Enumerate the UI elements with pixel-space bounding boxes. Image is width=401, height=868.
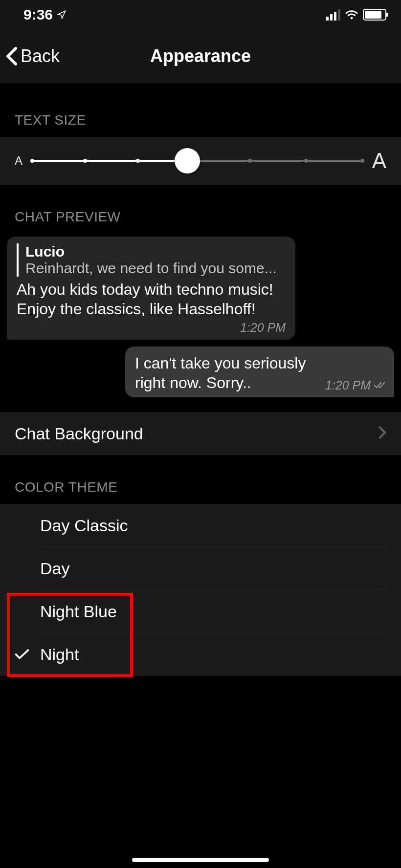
reply-text: Reinhardt, we need to find you some...	[25, 260, 286, 277]
bubble-time: 1:20 PM	[17, 321, 286, 335]
bubble-text: I can't take you seriously right now. So…	[135, 353, 331, 392]
theme-label: Night Blue	[40, 602, 117, 621]
text-size-slider[interactable]	[32, 149, 362, 173]
navigation-bar: Back Appearance	[0, 29, 401, 83]
theme-label: Day	[40, 559, 69, 578]
status-time-group: 9:36	[23, 6, 67, 23]
slider-max-label: A	[372, 149, 386, 173]
checkmark-icon	[15, 649, 40, 660]
theme-row-day-classic[interactable]: Day Classic	[0, 504, 401, 547]
chat-bubble-outgoing: I can't take you seriously right now. So…	[125, 347, 394, 397]
theme-row-night[interactable]: Night	[0, 633, 401, 676]
bubble-time-group: 1:20 PM	[325, 378, 387, 392]
chevron-left-icon	[6, 46, 18, 66]
theme-label: Night	[40, 645, 79, 664]
home-indicator[interactable]	[132, 858, 269, 862]
cellular-signal-icon	[326, 9, 340, 21]
reply-preview: Lucio Reinhardt, we need to find you som…	[17, 243, 286, 277]
reply-sender: Lucio	[25, 243, 286, 260]
chat-background-row[interactable]: Chat Background	[0, 412, 401, 455]
chevron-right-icon	[379, 424, 386, 443]
status-right	[326, 9, 386, 21]
battery-icon	[363, 9, 386, 21]
theme-row-day[interactable]: Day	[0, 547, 401, 590]
back-button[interactable]: Back	[6, 46, 60, 66]
location-arrow-icon	[57, 6, 67, 23]
theme-label: Day Classic	[40, 516, 128, 535]
theme-row-night-blue[interactable]: Night Blue	[0, 590, 401, 633]
section-header-color-theme: COLOR THEME	[0, 455, 401, 504]
chat-bubble-incoming: Lucio Reinhardt, we need to find you som…	[7, 237, 295, 340]
text-size-slider-panel: A A	[0, 137, 401, 185]
slider-knob[interactable]	[175, 148, 200, 174]
chat-preview-area: Lucio Reinhardt, we need to find you som…	[0, 234, 401, 407]
row-label: Chat Background	[15, 424, 143, 443]
back-label: Back	[21, 46, 60, 66]
status-bar: 9:36	[0, 0, 401, 29]
bubble-text: Ah you kids today with techno music! Enj…	[17, 280, 286, 319]
slider-min-label: A	[15, 154, 22, 168]
bubble-time: 1:20 PM	[325, 378, 371, 392]
page-title: Appearance	[150, 46, 251, 66]
color-theme-list: Day Classic Day Night Blue Night	[0, 504, 401, 676]
section-header-text-size: TEXT SIZE	[0, 83, 401, 137]
section-header-chat-preview: CHAT PREVIEW	[0, 185, 401, 234]
read-checks-icon	[374, 378, 387, 392]
status-time: 9:36	[23, 6, 53, 23]
wifi-icon	[344, 9, 359, 21]
